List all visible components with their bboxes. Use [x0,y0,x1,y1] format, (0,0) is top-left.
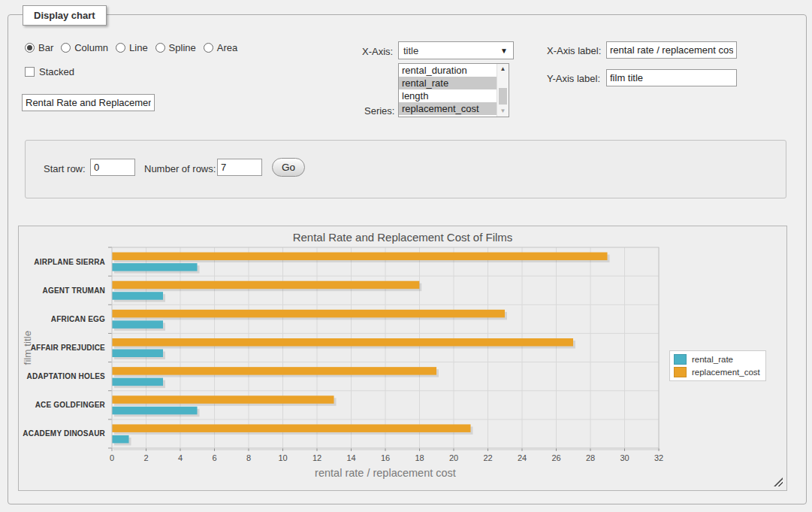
chart-bar-replacement_cost [112,338,573,347]
x-tick-label: 18 [415,453,424,462]
start-row-input[interactable] [90,159,135,176]
chevron-down-icon: ▼ [500,47,508,55]
y-category-label: AGENT TRUMAN [42,286,105,295]
chart-bar-replacement_cost [112,281,419,289]
fieldset-legend: Display chart [23,5,107,26]
y-category-label: ADAPTATION HOLES [27,372,106,380]
scrollbar-up-icon[interactable]: ▲ [497,64,509,74]
series-option-length[interactable]: length [399,89,497,102]
x-tick-label: 14 [346,453,355,462]
x-tick-label: 22 [483,453,492,462]
radio-button-icon[interactable] [116,43,125,53]
radio-bar[interactable]: Bar [25,42,53,53]
radio-label: Column [74,42,108,53]
y-category-label: AFFAIR PREJUDICE [31,344,105,352]
app-window: Display chart BarColumnLineSplineArea St… [0,0,812,512]
legend-label: replacement_cost [692,368,760,377]
chart-type-radio-group: BarColumnLineSplineArea [25,42,245,53]
series-options: rental_durationrental_ratelengthreplacem… [399,64,497,117]
radio-label: Line [129,42,148,53]
num-rows-label: Number of rows: [144,163,216,174]
x-axis-select-label: X-Axis: [362,46,393,57]
chart-bar-rental_rate [112,407,198,415]
num-rows-input[interactable] [217,159,262,176]
y-axis-label-caption: Y-Axis label: [547,73,600,84]
y-category-label: AIRPLANE SIERRA [34,258,105,266]
radio-label: Area [217,42,237,53]
chart-container: Rental Rate and Replacement Cost of Film… [18,226,787,491]
chart-bar-rental_rate [112,350,163,358]
radio-label: Spline [169,42,196,53]
radio-area[interactable]: Area [204,42,237,53]
x-tick-label: 24 [518,453,527,462]
start-row-label: Start row: [44,163,86,174]
series-option-rental_duration[interactable]: rental_duration [399,64,497,77]
radio-column[interactable]: Column [61,42,108,53]
radio-line[interactable]: Line [116,42,148,53]
stacked-label: Stacked [39,66,74,77]
y-axis-label-input[interactable] [606,69,737,86]
radio-button-icon[interactable] [204,43,213,53]
chart-bar-rental_rate [112,320,163,329]
x-tick-label: 20 [449,453,458,462]
x-tick-label: 26 [551,453,560,462]
x-tick-label: 8 [246,453,251,462]
series-list-label: Series: [364,105,394,117]
legend-label: rental_rate [692,355,733,364]
y-category-label: AFRICAN EGG [51,315,105,323]
chart-bar-replacement_cost [112,424,471,432]
chart-title-input[interactable] [22,94,155,111]
x-tick-label: 2 [143,453,148,462]
x-tick-label: 12 [312,453,321,462]
y-category-label: ACADEMY DINOSAUR [23,429,105,438]
legend-entry-rental_rate: rental_rate [674,354,760,365]
radio-spline[interactable]: Spline [155,42,196,53]
chart-bar-rental_rate [112,378,163,386]
x-tick-label: 32 [654,453,663,462]
radio-button-icon[interactable] [155,43,165,53]
x-tick-label: 10 [278,453,287,462]
x-axis-title: rental rate / replacement cost [315,467,456,479]
chart-bar-replacement_cost [112,310,505,318]
chart-bar-rental_rate [112,435,129,444]
x-tick-label: 30 [620,453,629,462]
row-controls-box [25,140,786,198]
legend-swatch [674,354,687,365]
series-listbox[interactable]: rental_durationrental_ratelengthreplacem… [398,63,509,117]
x-tick-label: 0 [110,453,114,462]
series-option-replacement_cost[interactable]: replacement_cost [399,102,497,115]
x-axis-label-input[interactable] [606,41,737,59]
x-axis-selected-value: title [403,45,418,56]
scrollbar-down-icon[interactable]: ▼ [497,106,509,117]
chart-bar-replacement_cost [112,395,334,404]
x-tick-label: 6 [212,453,216,462]
chart-legend: rental_ratereplacement_cost [669,350,766,381]
chart-bar-replacement_cost [112,367,436,375]
chart-bar-replacement_cost [112,253,608,261]
y-category-label: ACE GOLDFINGER [35,401,106,409]
series-scrollbar[interactable]: ▲ ▼ [497,64,509,117]
chart-bar-rental_rate [112,292,163,300]
x-tick-label: 28 [586,453,595,462]
radio-label: Bar [38,42,53,53]
y-axis-title: film title [22,331,33,365]
stacked-checkbox-row[interactable]: Stacked [25,66,74,77]
legend-entry-replacement_cost: replacement_cost [674,367,760,377]
x-axis-label-caption: X-Axis label: [547,45,601,56]
x-tick-label: 16 [381,453,390,462]
series-option-rental_rate[interactable]: rental_rate [399,77,497,89]
legend-swatch [674,367,687,377]
radio-button-icon[interactable] [61,43,71,53]
chart-bar-rental_rate [112,263,198,271]
x-tick-label: 4 [178,453,183,462]
stacked-checkbox[interactable] [25,67,35,77]
go-button[interactable]: Go [272,158,305,177]
x-axis-select[interactable]: title ▼ [398,41,514,59]
radio-button-icon[interactable] [25,43,35,53]
scrollbar-thumb[interactable] [499,88,507,105]
